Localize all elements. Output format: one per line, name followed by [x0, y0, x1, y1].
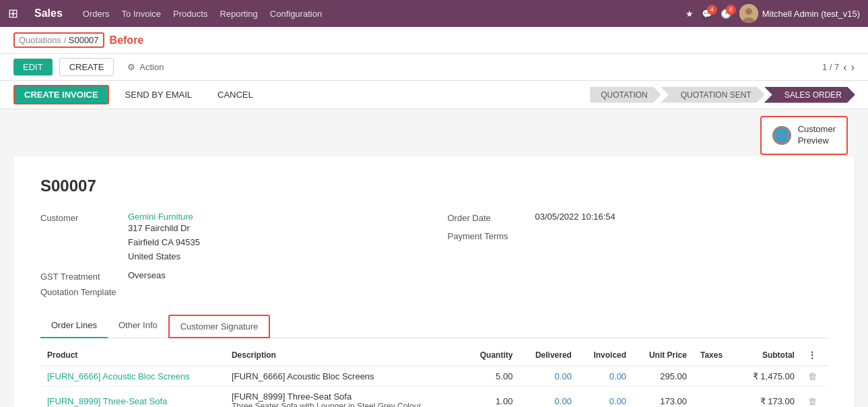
action-button[interactable]: ⚙ Action — [127, 62, 164, 72]
cancel-button[interactable]: CANCEL — [208, 86, 263, 103]
edit-button[interactable]: EDIT — [13, 59, 53, 75]
col-unit-price: Unit Price — [633, 345, 694, 366]
product-1-subtotal: ₹ 1,475.00 — [736, 366, 801, 387]
user-menu[interactable]: Mitchell Admin (test_v15) — [739, 4, 860, 23]
next-page-button[interactable]: › — [851, 61, 855, 73]
col-actions: ⋮ — [801, 345, 828, 366]
pagination-text: 1 / 7 — [822, 62, 839, 72]
col-description: Description — [225, 345, 465, 366]
content-area: 🌐 Customer Preview S00007 Customer Gemin… — [0, 109, 868, 407]
table-row: [FURN_8999] Three-Seat Sofa [FURN_8999] … — [40, 387, 828, 407]
product-2-invoiced: 0.00 — [578, 387, 633, 407]
product-1-taxes — [694, 366, 736, 387]
gst-value: Overseas — [128, 270, 166, 282]
customer-preview-line1: Customer — [798, 124, 836, 135]
trash-icon[interactable]: 🗑 — [808, 396, 817, 406]
form-card: S00007 Customer Gemini Furniture 317 Fai… — [13, 156, 855, 407]
create-invoice-button[interactable]: CREATE INVOICE — [13, 85, 109, 104]
gst-field-row: GST Treatment Overseas — [40, 270, 421, 282]
prev-page-button[interactable]: ‹ — [843, 61, 846, 73]
col-delivered: Delivered — [519, 345, 578, 366]
order-date-label: Order Date — [448, 212, 535, 223]
product-2-unit-price: 173.00 — [633, 387, 694, 407]
product-1-description: [FURN_6666] Acoustic Bloc Screens — [225, 366, 465, 387]
avatar — [739, 4, 758, 23]
product-1-invoiced: 0.00 — [578, 366, 633, 387]
tabs-header: Order Lines Other Info Customer Signatur… — [40, 315, 828, 338]
nav-configuration[interactable]: Configuration — [270, 9, 322, 19]
customer-preview-text: Customer Preview — [798, 124, 836, 147]
clock-badge: 8 — [726, 5, 736, 15]
form-left-col: Customer Gemini Furniture 317 Fairchild … — [40, 212, 421, 301]
product-2-description: [FURN_8999] Three-Seat Sofa Three Seater… — [225, 387, 465, 407]
user-name: Mitchell Admin (test_v15) — [762, 9, 860, 19]
nav-products[interactable]: Products — [173, 9, 207, 19]
form-title: S00007 — [40, 177, 828, 195]
top-navigation: ⊞ Sales Orders To Invoice Products Repor… — [0, 0, 868, 27]
gear-icon: ⚙ — [127, 62, 135, 72]
tab-other-info[interactable]: Other Info — [108, 315, 168, 338]
gst-label: GST Treatment — [40, 270, 128, 282]
product-2-subtotal: ₹ 173.00 — [736, 387, 801, 407]
status-quotation: QUOTATION — [590, 87, 661, 103]
customer-address2: Fairfield CA 94535 — [128, 236, 200, 250]
workflow-row: CREATE INVOICE SEND BY EMAIL CANCEL QUOT… — [0, 81, 868, 109]
order-date-value: 03/05/2022 10:16:54 — [535, 212, 615, 223]
col-subtotal: Subtotal — [736, 345, 801, 366]
nav-orders[interactable]: Orders — [83, 9, 110, 19]
product-2-delivered: 0.00 — [519, 387, 578, 407]
product-2-quantity: 1.00 — [465, 387, 519, 407]
breadcrumb-row: Quotations / S00007 Before — [0, 27, 868, 54]
status-sales-order: SALES ORDER — [764, 87, 855, 103]
customer-field-row: Customer Gemini Furniture 317 Fairchild … — [40, 212, 421, 263]
customer-address3: United States — [128, 250, 200, 264]
product-1-quantity: 5.00 — [465, 366, 519, 387]
product-1-name[interactable]: [FURN_6666] Acoustic Bloc Screens — [40, 366, 225, 387]
nav-to-invoice[interactable]: To Invoice — [122, 9, 162, 19]
customer-label: Customer — [40, 212, 128, 263]
breadcrumb-separator: / — [64, 35, 67, 45]
chat-icon[interactable]: 💬 4 — [702, 9, 712, 19]
products-table: Product Description Quantity Delivered I… — [40, 345, 828, 407]
product-2-name[interactable]: [FURN_8999] Three-Seat Sofa — [40, 387, 225, 407]
payment-terms-field-row: Payment Terms — [448, 230, 828, 241]
chat-badge: 4 — [707, 5, 717, 15]
nav-reporting[interactable]: Reporting — [220, 9, 257, 19]
customer-value: Gemini Furniture 317 Fairchild Dr Fairfi… — [128, 212, 200, 263]
customer-preview-box[interactable]: 🌐 Customer Preview — [760, 116, 848, 155]
table-row: [FURN_6666] Acoustic Bloc Screens [FURN_… — [40, 366, 828, 387]
breadcrumb-current: S00007 — [69, 35, 99, 45]
col-product: Product — [40, 345, 225, 366]
pagination: 1 / 7 ‹ › — [822, 61, 855, 73]
nav-links: Orders To Invoice Products Reporting Con… — [83, 9, 322, 19]
action-row: EDIT CREATE ⚙ Action 1 / 7 ‹ › — [0, 54, 868, 81]
breadcrumb-link[interactable]: Quotations — [19, 35, 61, 45]
template-label: Quotation Template — [40, 286, 128, 297]
create-button[interactable]: CREATE — [59, 58, 114, 76]
product-1-unit-price: 295.00 — [633, 366, 694, 387]
payment-terms-label: Payment Terms — [448, 230, 535, 241]
tab-order-lines[interactable]: Order Lines — [40, 315, 108, 338]
brand-label: Sales — [34, 7, 63, 20]
product-1-delete[interactable]: 🗑 — [801, 366, 828, 387]
star-icon[interactable]: ★ — [686, 9, 694, 19]
send-by-email-button[interactable]: SEND BY EMAIL — [116, 86, 201, 103]
customer-name[interactable]: Gemini Furniture — [128, 212, 200, 222]
status-quotation-sent: QUOTATION SENT — [661, 87, 765, 103]
product-2-taxes — [694, 387, 736, 407]
product-1-delivered: 0.00 — [519, 366, 578, 387]
template-field-row: Quotation Template — [40, 286, 421, 297]
product-2-description-line2: Three Seater Sofa with Lounger in Steel … — [232, 402, 458, 407]
col-invoiced: Invoiced — [578, 345, 633, 366]
app-grid-icon[interactable]: ⊞ — [8, 6, 18, 21]
col-quantity: Quantity — [465, 345, 519, 366]
tab-customer-signature[interactable]: Customer Signature — [168, 315, 271, 338]
order-date-field-row: Order Date 03/05/2022 10:16:54 — [448, 212, 828, 223]
globe-icon: 🌐 — [772, 126, 791, 145]
col-taxes: Taxes — [694, 345, 736, 366]
product-2-delete[interactable]: 🗑 — [801, 387, 828, 407]
trash-icon[interactable]: 🗑 — [808, 371, 817, 381]
form-right-col: Order Date 03/05/2022 10:16:54 Payment T… — [448, 212, 828, 301]
clock-icon[interactable]: 🕐 8 — [721, 9, 731, 19]
customer-preview-line2: Preview — [798, 135, 836, 147]
